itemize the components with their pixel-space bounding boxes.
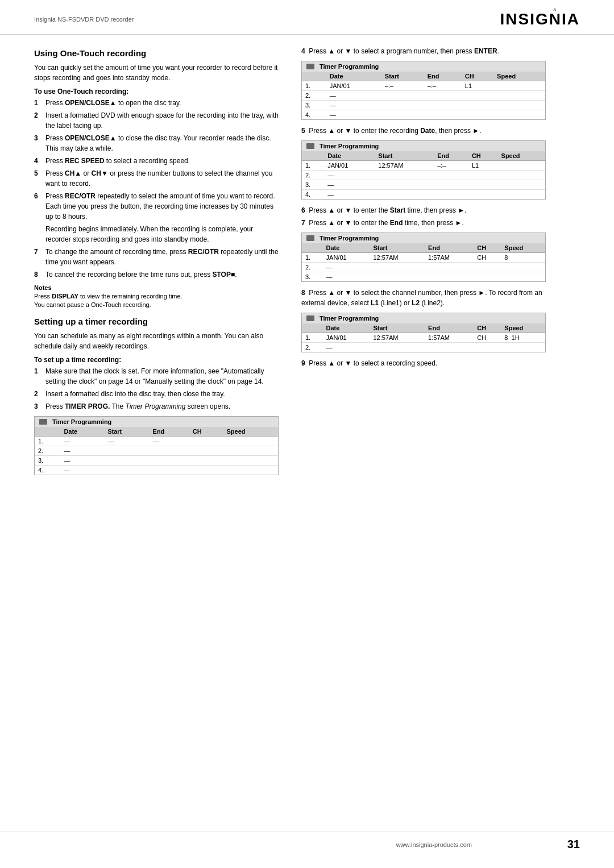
col-end: End xyxy=(434,151,468,161)
timer-table-4: Timer Programming Date Start End CH Spee… xyxy=(301,232,546,282)
right-step-9: 9 Press ▲ or ▼ to select a recording spe… xyxy=(301,358,546,368)
section2-intro: You can schedule as many as eight record… xyxy=(34,331,279,351)
table-row: 2.— xyxy=(302,171,545,180)
col-date: Date xyxy=(324,151,375,161)
notes-box: Notes Press DISPLAY to view the remainin… xyxy=(34,284,279,310)
table-row: 1.JAN/0112:57AM1:57AMCH8 1H xyxy=(302,333,545,343)
timer-table-2: Timer Programming Date Start End CH Spee… xyxy=(301,61,546,120)
timer-table-4-table: Date Start End CH Speed 1.JAN/0112:57AM1… xyxy=(302,243,545,281)
timer-table-2-table: Date Start End CH Speed 1.JAN/01–:––:–L1… xyxy=(302,72,545,119)
col-speed: Speed xyxy=(493,72,545,81)
table-row: 2.— xyxy=(302,91,545,101)
col-end: End xyxy=(424,72,462,81)
right-column: 4 Press ▲ or ▼ to select a program numbe… xyxy=(301,46,546,480)
table-row: 3.— xyxy=(35,455,278,465)
section2-title: Setting up a timer recording xyxy=(34,317,279,326)
table-row: 4.— xyxy=(302,190,545,200)
timer-table-4-header: Timer Programming xyxy=(302,233,545,243)
col-num xyxy=(35,427,60,437)
tv-icon xyxy=(306,143,314,149)
col-start: Start xyxy=(370,323,425,333)
right-step-7: 7 Press ▲ or ▼ to enter the End time, th… xyxy=(301,218,546,228)
col-date: Date xyxy=(60,427,104,437)
model-text: Insignia NS-FSDVDR DVD recorder xyxy=(34,16,134,23)
col-date: Date xyxy=(326,72,381,81)
s2-step-2: 2 Insert a formatted disc into the disc … xyxy=(34,389,279,399)
note-2: You cannot pause a One-Touch recording. xyxy=(34,301,279,309)
tv-icon xyxy=(306,315,314,321)
col-date: Date xyxy=(323,243,370,253)
page-wrapper: Insignia NS-FSDVDR DVD recorder INSIGN^I… xyxy=(0,0,614,868)
footer-url: www.insignia-products.com xyxy=(301,841,567,848)
section1-subheading: To use One-Touch recording: xyxy=(34,88,279,95)
header: Insignia NS-FSDVDR DVD recorder INSIGN^I… xyxy=(0,0,614,35)
timer-table-4-title: Timer Programming xyxy=(320,235,379,242)
timer-table-1: Timer Programming Date Start End CH Spee… xyxy=(34,416,279,475)
left-column: Using One-Touch recording You can quickl… xyxy=(34,46,279,480)
s2-step-1: 1 Make sure that the clock is set. For m… xyxy=(34,366,279,387)
table-row: 2.— xyxy=(302,343,545,352)
table-row: 3.— xyxy=(302,101,545,110)
table-row: 1.JAN/01–:––:–L1 xyxy=(302,81,545,91)
step-5: 5 Press CH▲ or CH▼ or press the number b… xyxy=(34,168,279,189)
timer-table-1-header: Timer Programming xyxy=(35,417,278,427)
section1-title: Using One-Touch recording xyxy=(34,48,279,58)
right-step-6: 6 Press ▲ or ▼ to enter the Start time, … xyxy=(301,205,546,215)
col-ch: CH xyxy=(468,151,498,161)
table-row: 1.——— xyxy=(35,436,278,446)
table-row: 1.JAN/0112:57AM1:57AMCH8 xyxy=(302,253,545,263)
step-4: 4 Press REC SPEED to select a recording … xyxy=(34,156,279,166)
table-header-row: Date Start End CH Speed xyxy=(302,151,545,161)
table-row: 4.— xyxy=(35,465,278,475)
table-row: 3.— xyxy=(302,180,545,190)
col-num xyxy=(302,323,323,333)
col-num xyxy=(302,243,323,253)
col-speed: Speed xyxy=(501,323,545,333)
step-8: 8 To cancel the recording before the tim… xyxy=(34,269,279,280)
footer: www.insignia-products.com 31 xyxy=(0,832,614,851)
s2-step-3: 3 Press TIMER PROG. The Timer Programmin… xyxy=(34,401,279,412)
step-6: 6 Press REC/OTR repeatedly to select the… xyxy=(34,191,279,222)
timer-table-2-header: Timer Programming xyxy=(302,61,545,72)
notes-title: Notes xyxy=(34,284,279,291)
col-end: End xyxy=(425,323,474,333)
timer-table-5-header: Timer Programming xyxy=(302,313,545,323)
col-speed: Speed xyxy=(501,243,545,253)
col-start: Start xyxy=(104,427,149,437)
footer-page: 31 xyxy=(567,838,580,851)
table-header-row: Date Start End CH Speed xyxy=(302,72,545,81)
step-2: 2 Insert a formatted DVD with enough spa… xyxy=(34,110,279,131)
section1-steps: 1 Press OPEN/CLOSE▲ to open the disc tra… xyxy=(34,98,279,280)
table-row: 3.— xyxy=(302,272,545,282)
col-num xyxy=(302,72,326,81)
tv-icon xyxy=(306,235,314,241)
table-header-row: Date Start End CH Speed xyxy=(35,427,278,437)
table-row: 2.— xyxy=(302,263,545,272)
col-start: Start xyxy=(370,243,425,253)
right-step-8: 8 Press ▲ or ▼ to select the channel num… xyxy=(301,288,546,308)
step-7: 7 To change the amount of recording time… xyxy=(34,247,279,267)
timer-table-1-table: Date Start End CH Speed 1.——— 2.— 3.— 4.… xyxy=(35,427,278,475)
col-speed: Speed xyxy=(498,151,545,161)
logo: INSIGN^IA xyxy=(500,10,580,28)
timer-table-5: Timer Programming Date Start End CH Spee… xyxy=(301,313,546,352)
timer-table-3-title: Timer Programming xyxy=(320,143,379,149)
table-header-row: Date Start End CH Speed xyxy=(302,243,545,253)
step-3: 3 Press OPEN/CLOSE▲ to close the disc tr… xyxy=(34,133,279,153)
col-ch: CH xyxy=(462,72,493,81)
step-1: 1 Press OPEN/CLOSE▲ to open the disc tra… xyxy=(34,98,279,108)
col-date: Date xyxy=(323,323,370,333)
col-num xyxy=(302,151,324,161)
col-ch: CH xyxy=(474,243,501,253)
right-step-5: 5 Press ▲ or ▼ to enter the recording Da… xyxy=(301,126,546,136)
timer-table-3: Timer Programming Date Start End CH Spee… xyxy=(301,140,546,200)
tv-icon xyxy=(39,419,47,425)
col-ch: CH xyxy=(474,323,501,333)
tv-icon xyxy=(306,64,314,69)
table-row: 2.— xyxy=(35,446,278,455)
timer-table-1-title: Timer Programming xyxy=(52,418,111,425)
timer-table-2-title: Timer Programming xyxy=(320,63,379,70)
col-speed: Speed xyxy=(223,427,278,437)
col-end: End xyxy=(425,243,474,253)
table-row: 4.— xyxy=(302,110,545,120)
